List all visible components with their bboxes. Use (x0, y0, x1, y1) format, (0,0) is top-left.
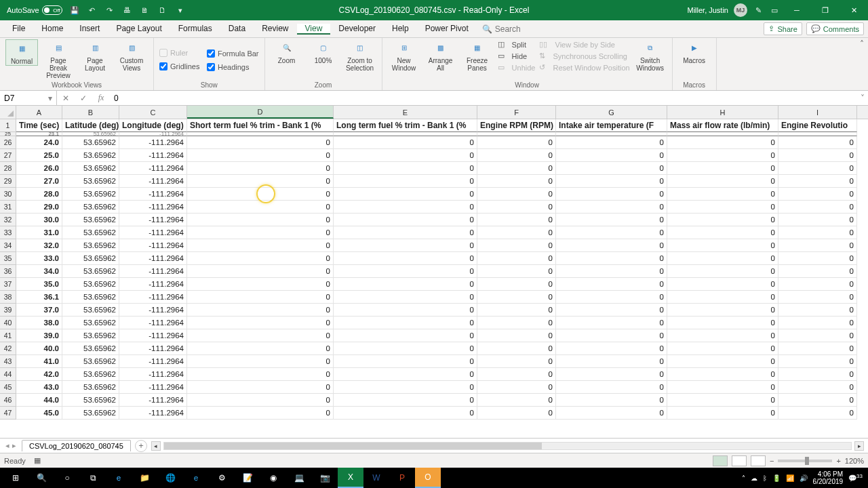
data-cell[interactable]: 0 (477, 201, 556, 214)
header-cell[interactable]: Engine RPM (RPM) (477, 119, 556, 132)
data-cell[interactable]: 0 (778, 394, 857, 407)
data-cell[interactable]: 0 (187, 226, 334, 239)
tab-power-pivot[interactable]: Power Pivot (417, 24, 477, 33)
column-header-B[interactable]: B (62, 106, 119, 119)
data-cell[interactable]: 53.65962 (62, 188, 119, 201)
app5-icon[interactable]: 📷 (312, 468, 338, 488)
page-layout-button[interactable]: ▥Page Layout (79, 39, 111, 72)
ie-icon[interactable]: ｅ (106, 468, 132, 488)
data-cell[interactable]: 31.0 (16, 226, 62, 239)
data-cell[interactable]: 0 (778, 407, 857, 420)
data-cell[interactable]: 53.65962 (62, 317, 119, 329)
qat-customize-icon[interactable]: ▾ (175, 5, 186, 16)
powerpoint-taskbar-icon[interactable]: P (389, 468, 415, 488)
tray-overflow-icon[interactable]: ˄ (742, 474, 745, 482)
worksheet-grid[interactable]: ABCDEFGHI 1Time (sec)Latitude (deg)Longi… (0, 106, 868, 438)
undo-icon[interactable]: ↶ (87, 5, 98, 16)
tray-cloud-icon[interactable]: ☁ (751, 474, 757, 482)
hscroll-thumb[interactable] (164, 443, 542, 449)
tab-home[interactable]: Home (33, 24, 71, 33)
search-taskbar-icon[interactable]: 🔍 (28, 468, 54, 488)
data-cell[interactable]: 0 (187, 278, 334, 291)
data-cell[interactable]: 25.0 (16, 149, 62, 162)
row-header[interactable]: 31 (0, 201, 16, 214)
sheet-nav-prev-icon[interactable]: ◂ (5, 441, 9, 450)
data-cell[interactable]: -111.2964 (119, 407, 187, 420)
app3-icon[interactable]: ◉ (260, 468, 286, 488)
data-cell[interactable]: 0 (667, 278, 778, 291)
data-cell[interactable]: 0 (556, 265, 667, 278)
data-cell[interactable]: 53.65962 (62, 394, 119, 407)
system-clock[interactable]: 4:06 PM 6/20/2019 (813, 470, 844, 485)
data-cell[interactable]: 0 (187, 368, 334, 381)
data-cell[interactable]: 0 (477, 149, 556, 162)
row-header[interactable]: 33 (0, 226, 16, 239)
data-cell[interactable]: 29.0 (16, 201, 62, 214)
data-cell[interactable]: 0 (334, 201, 477, 214)
start-button[interactable]: ⊞ (3, 468, 28, 488)
data-cell[interactable]: 43.0 (16, 381, 62, 394)
data-cell[interactable]: 0 (477, 136, 556, 149)
data-cell[interactable]: -111.2964 (119, 278, 187, 291)
zoom-out-icon[interactable]: − (770, 457, 774, 465)
header-cell[interactable]: Mass air flow rate (lb/min) (667, 119, 778, 132)
data-cell[interactable]: 0 (477, 265, 556, 278)
app4-icon[interactable]: 💻 (286, 468, 312, 488)
maximize-button[interactable]: ❐ (814, 0, 837, 20)
data-cell[interactable]: 26.0 (16, 162, 62, 175)
data-cell[interactable]: -111.2964 (119, 252, 187, 265)
draw-icon[interactable]: ✎ (753, 5, 764, 16)
data-cell[interactable]: 0 (778, 175, 857, 188)
data-cell[interactable]: 0 (778, 226, 857, 239)
data-cell[interactable]: 53.65962 (62, 329, 119, 342)
data-cell[interactable]: 0 (334, 291, 477, 304)
data-cell[interactable]: 0 (334, 226, 477, 239)
zoom-level[interactable]: 120% (845, 457, 864, 465)
data-cell[interactable]: 0 (778, 214, 857, 226)
data-cell[interactable]: -111.2964 (119, 291, 187, 304)
tab-data[interactable]: Data (220, 24, 254, 33)
data-cell[interactable]: -111.2964 (119, 394, 187, 407)
data-cell[interactable]: 0 (556, 355, 667, 368)
column-header-E[interactable]: E (334, 106, 477, 119)
data-cell[interactable]: 53.65962 (62, 265, 119, 278)
data-cell[interactable]: 39.0 (16, 329, 62, 342)
data-cell[interactable]: 0 (187, 175, 334, 188)
save-icon[interactable]: 💾 (69, 5, 80, 16)
row-header[interactable]: 47 (0, 407, 16, 420)
data-cell[interactable]: 53.65962 (62, 226, 119, 239)
data-cell[interactable]: 0 (477, 329, 556, 342)
arrange-all-button[interactable]: ▩Arrange All (425, 39, 457, 72)
data-cell[interactable]: 0 (334, 317, 477, 329)
data-cell[interactable]: -111.2964 (119, 214, 187, 226)
data-cell[interactable]: 32.0 (16, 239, 62, 252)
data-cell[interactable]: 0 (556, 188, 667, 201)
row-header[interactable]: 27 (0, 149, 16, 162)
add-sheet-button[interactable]: ＋ (135, 440, 147, 452)
close-button[interactable]: ✕ (842, 0, 865, 20)
hscroll-left-icon[interactable]: ◂ (151, 441, 161, 451)
data-cell[interactable]: 0 (187, 381, 334, 394)
edge-icon[interactable]: ｅ (183, 468, 209, 488)
data-cell[interactable]: 0 (556, 381, 667, 394)
data-cell[interactable]: 0 (778, 329, 857, 342)
row-header[interactable]: 29 (0, 175, 16, 188)
new-window-button[interactable]: ⊞New Window (388, 39, 420, 72)
data-cell[interactable]: 0 (187, 239, 334, 252)
data-cell[interactable]: 0 (477, 317, 556, 329)
data-cell[interactable]: 0 (778, 342, 857, 355)
data-cell[interactable]: 0 (667, 329, 778, 342)
switch-windows-button[interactable]: ⧉Switch Windows (634, 39, 667, 72)
data-cell[interactable]: 0 (556, 304, 667, 317)
data-cell[interactable]: 0 (334, 175, 477, 188)
row-header[interactable]: 37 (0, 278, 16, 291)
data-cell[interactable]: 0 (477, 394, 556, 407)
data-cell[interactable]: 0 (334, 188, 477, 201)
hide-button[interactable]: ▭ Hide (498, 52, 536, 60)
data-cell[interactable]: 0 (667, 368, 778, 381)
data-cell[interactable]: 0 (778, 304, 857, 317)
data-cell[interactable]: 0 (667, 317, 778, 329)
data-cell[interactable]: 0 (667, 175, 778, 188)
data-cell[interactable]: -111.2964 (119, 304, 187, 317)
data-cell[interactable]: 0 (187, 355, 334, 368)
